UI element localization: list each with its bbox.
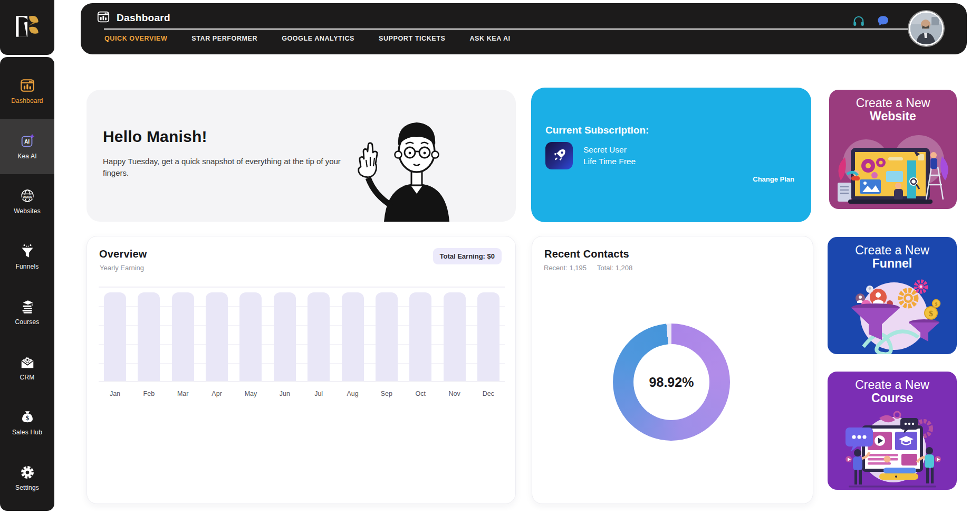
subscription-card: Current Subscription: Secret User Life T… [531,88,811,222]
sidebar-item-label: Kea AI [17,153,37,160]
website-builder-illustration [833,130,953,209]
create-website-card[interactable]: Create a New Website [829,90,957,209]
x-tick: Mar [172,390,194,397]
svg-text:AI: AI [24,139,29,145]
x-tick: Feb [138,390,160,397]
svg-text:www: www [22,195,32,200]
x-tick: Apr [206,390,228,397]
overview-subtitle: Yearly Earning [100,264,144,272]
sidebar-item-label: Websites [14,207,41,215]
greeting-card: Hello Manish! Happy Tuesday, get a quick… [87,90,516,222]
sidebar-item-websites[interactable]: www Websites [0,174,54,230]
tab-ask-kea-ai[interactable]: ASK KEA AI [469,35,510,42]
donut-percentage: 98.92% [649,375,694,390]
promo-name: Course [871,391,913,405]
overview-card: Overview Yearly Earning Total Earning: $… [87,236,516,504]
sidebar-item-label: Dashboard [11,97,43,104]
funnel-icon [20,243,35,259]
promo-prefix: Create a New [856,96,930,110]
user-avatar[interactable] [909,11,944,46]
money-bag-icon: $ [20,409,35,425]
course-illustration [833,408,952,490]
gear-icon [20,464,35,480]
contacts-total-count: Total: 1,208 [597,264,632,272]
contacts-recent-count: Recent: 1,195 [544,264,587,272]
bar-jun [274,292,296,381]
overview-title: Overview [99,248,147,260]
x-tick: Jul [308,390,330,397]
sidebar-item-courses[interactable]: Courses [0,284,54,340]
create-course-card[interactable]: Create a New Course [828,372,957,490]
page-title: Dashboard [117,12,170,24]
bar-may [239,292,262,381]
promo-name: Website [870,109,916,124]
sidebar-item-settings[interactable]: Settings [0,450,54,506]
top-bar: Dashboard QUICK OVERVIEW STAR PERFORMER … [81,3,967,54]
waving-man-illustration [352,108,484,222]
sidebar-item-label: Sales Hub [12,429,42,436]
x-tick: Nov [444,390,466,397]
sidebar-nav: Dashboard AI Kea AI [0,57,54,511]
subscription-plan-name: Secret User [583,144,636,156]
x-tick: Aug [342,390,364,397]
sidebar-item-label: Funnels [15,263,39,270]
tab-support-tickets[interactable]: SUPPORT TICKETS [379,35,445,42]
create-funnel-card[interactable]: Create a New Funnel $ $ [828,237,957,354]
x-tick: Sep [376,390,398,397]
bar-aug [342,292,364,381]
svg-text:$: $ [929,309,933,318]
bar-mar [172,292,194,381]
promo-prefix: Create a New [855,378,929,392]
promo-name: Funnel [872,256,912,271]
rocket-icon [545,142,573,169]
tab-quick-overview[interactable]: QUICK OVERVIEW [104,35,167,42]
bar-nov [444,292,466,381]
svg-text:$: $ [25,414,28,422]
sidebar-item-crm[interactable]: CRM [0,340,54,395]
sidebar-item-label: CRM [20,374,35,381]
sidebar-item-dashboard[interactable]: Dashboard [0,63,54,119]
bar-oct [409,292,431,381]
bar-apr [206,292,228,381]
headphones-icon[interactable] [852,14,866,28]
recent-contacts-card: Recent Contacts Recent: 1,195 Total: 1,2… [532,236,813,504]
x-tick: Jan [104,390,126,397]
sidebar-item-label: Courses [15,318,39,326]
brand-logo[interactable] [0,0,54,55]
x-tick: Dec [477,390,499,397]
total-earning-badge: Total Earning: $0 [433,248,502,264]
subscription-title: Current Subscription: [545,125,649,136]
sidebar-item-label: Settings [15,484,39,491]
sidebar-item-kea-ai[interactable]: AI Kea AI [0,119,54,174]
tab-star-performer[interactable]: STAR PERFORMER [191,35,257,42]
sidebar-item-sales-hub[interactable]: $ Sales Hub [0,395,54,451]
bar-jul [308,292,330,381]
greeting-subtitle: Happy Tuesday, get a quick snapshot of e… [103,156,351,179]
header-tabs: QUICK OVERVIEW STAR PERFORMER GOOGLE ANA… [104,35,511,42]
promo-prefix: Create a New [855,243,929,258]
x-tick: May [239,390,262,397]
sidebar: Dashboard AI Kea AI [0,0,54,511]
envelope-gear-icon [20,354,35,370]
funnel-illustration: $ $ [833,274,952,354]
globe-www-icon: www [20,188,35,204]
chat-icon[interactable] [876,14,890,28]
bar-sep [376,292,398,381]
kea-bird-leaf-logo-icon [12,11,43,44]
sidebar-item-funnels[interactable]: Funnels [0,229,54,284]
header-divider [104,28,910,30]
greeting-title: Hello Manish! [103,128,207,146]
x-axis-labels: Jan Feb Mar Apr May Jun Jul Aug Sep Oct … [99,390,505,397]
contacts-donut-chart: 98.92% [613,324,730,441]
x-tick: Jun [274,390,296,397]
ai-sparkle-icon: AI [20,133,35,149]
bar-dec [477,292,499,381]
x-tick: Oct [409,390,431,397]
contacts-title: Recent Contacts [544,248,629,260]
bar-feb [138,292,160,381]
subscription-plan-type: Life Time Free [583,156,636,167]
dashboard-window-icon [97,10,110,26]
dashboard-window-icon [20,78,35,93]
change-plan-link[interactable]: Change Plan [753,175,794,183]
tab-google-analytics[interactable]: GOOGLE ANALYTICS [282,35,354,42]
